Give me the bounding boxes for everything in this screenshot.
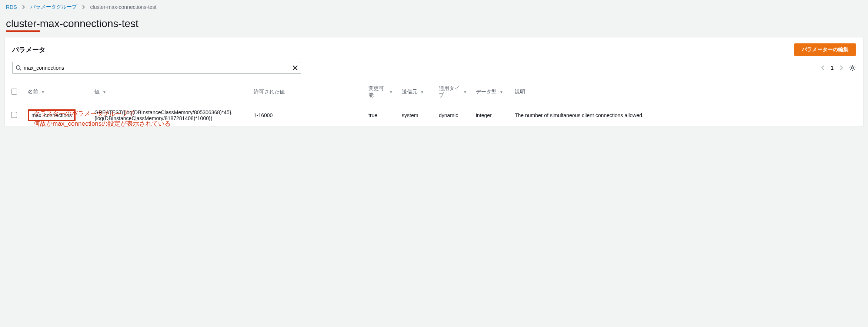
close-icon bbox=[293, 65, 298, 70]
caret-down-icon: ▼ bbox=[103, 90, 106, 94]
caret-down-icon: ▼ bbox=[463, 90, 467, 94]
column-header-data-type[interactable]: データ型 bbox=[476, 89, 497, 95]
gear-icon bbox=[849, 65, 856, 71]
table-row: max_connections GREATEST({log(DBInstance… bbox=[5, 104, 863, 127]
svg-line-1 bbox=[20, 69, 21, 70]
pagination: 1 bbox=[821, 65, 856, 71]
parameter-modifiable: true bbox=[364, 104, 397, 127]
column-header-apply-type[interactable]: 適用タイプ bbox=[439, 85, 460, 99]
parameter-description: The number of simultaneous client connec… bbox=[510, 104, 863, 127]
search-input-wrap bbox=[12, 62, 301, 74]
parameter-source: system bbox=[397, 104, 434, 127]
column-header-value[interactable]: 値 bbox=[94, 89, 100, 95]
column-header-source[interactable]: 送信元 bbox=[402, 89, 417, 95]
row-checkbox[interactable] bbox=[11, 112, 17, 118]
page-number: 1 bbox=[831, 65, 834, 71]
caret-down-icon: ▼ bbox=[500, 90, 503, 94]
settings-button[interactable] bbox=[849, 65, 856, 71]
column-header-allowed[interactable]: 許可された値 bbox=[254, 89, 285, 95]
clear-search-button[interactable] bbox=[293, 65, 298, 70]
column-header-name[interactable]: 名前 bbox=[28, 89, 38, 95]
chevron-right-icon bbox=[839, 65, 843, 70]
parameter-data-type: integer bbox=[471, 104, 510, 127]
caret-down-icon: ▼ bbox=[420, 90, 424, 94]
parameter-apply-type: dynamic bbox=[434, 104, 471, 127]
chevron-left-icon bbox=[821, 65, 825, 70]
parameter-name: max_connections bbox=[28, 109, 76, 121]
search-input[interactable] bbox=[24, 63, 293, 73]
annotation-underline bbox=[6, 30, 40, 32]
chevron-right-icon bbox=[82, 5, 85, 9]
parameters-table: 名前▼ 値▼ 許可された値 変更可能▼ 送信元▼ 適用タイプ▼ データ型▼ 説明… bbox=[5, 80, 863, 127]
caret-down-icon: ▼ bbox=[389, 90, 393, 94]
parameter-allowed: 1-16000 bbox=[249, 104, 364, 127]
select-all-checkbox[interactable] bbox=[11, 89, 17, 95]
parameters-panel: パラメータ パラメーターの編集 1 bbox=[4, 37, 864, 127]
chevron-right-icon bbox=[22, 5, 25, 9]
prev-page-button[interactable] bbox=[821, 65, 825, 70]
breadcrumb-current: cluster-max-connections-test bbox=[90, 4, 157, 10]
svg-point-0 bbox=[16, 66, 20, 69]
breadcrumb: RDS パラメータグループ cluster-max-connections-te… bbox=[0, 0, 868, 14]
next-page-button[interactable] bbox=[839, 65, 843, 70]
column-header-modifiable[interactable]: 変更可能 bbox=[368, 85, 386, 99]
column-header-description[interactable]: 説明 bbox=[515, 89, 525, 95]
panel-heading: パラメータ bbox=[12, 45, 46, 54]
page-title: cluster-max-connections-test bbox=[0, 14, 144, 37]
edit-parameters-button[interactable]: パラメーターの編集 bbox=[794, 43, 856, 56]
search-icon bbox=[16, 65, 21, 71]
breadcrumb-root[interactable]: RDS bbox=[6, 4, 17, 10]
svg-point-4 bbox=[851, 67, 854, 69]
parameter-value: GREATEST({log(DBInstanceClassMemory/8053… bbox=[90, 104, 249, 127]
caret-down-icon: ▼ bbox=[41, 90, 45, 94]
breadcrumb-group[interactable]: パラメータグループ bbox=[30, 4, 77, 10]
